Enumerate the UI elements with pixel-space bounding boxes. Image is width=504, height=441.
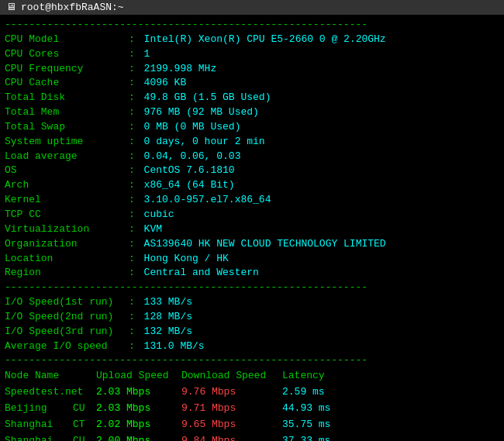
colon: : <box>129 339 141 354</box>
sysinfo-label: Location <box>5 252 129 267</box>
colon: : <box>129 325 141 339</box>
colon: : <box>129 120 141 135</box>
sysinfo-row: Load average: 0.04, 0.06, 0.03 <box>5 150 499 164</box>
speed-download: 9.65 Mbps <box>181 418 282 432</box>
speed-download: 9.76 Mbps <box>181 385 282 400</box>
sysinfo-value: 2199.998 MHz <box>144 62 217 77</box>
sysinfo-value: 0 MB (0 MB Used) <box>144 120 241 135</box>
sysinfo-label: Organization <box>5 237 129 252</box>
speed-node: Shanghai <box>5 434 73 441</box>
speed-latency: 37.33 ms <box>282 434 330 441</box>
colon: : <box>129 135 141 150</box>
speed-upload: 2.02 Mbps <box>96 418 181 432</box>
sysinfo-row: System uptime: 0 days, 0 hour 2 min <box>5 135 499 150</box>
sysinfo-value: KVM <box>144 222 162 237</box>
colon: : <box>129 252 141 267</box>
sysinfo-row: CPU Model: Intel(R) Xeon(R) CPU E5-2660 … <box>5 33 499 47</box>
speed-download: 9.84 Mbps <box>181 434 282 441</box>
colon: : <box>129 193 141 208</box>
sysinfo-value: AS139640 HK NEW CLOUD TECHNOLOGY LIMITED <box>144 237 386 252</box>
colon: : <box>129 266 141 281</box>
sysinfo-row: Total Mem: 976 MB (92 MB Used) <box>5 105 499 120</box>
divider-top: ----------------------------------------… <box>5 18 499 33</box>
sysinfo-label: Virtualization <box>5 222 129 237</box>
terminal-body: ----------------------------------------… <box>0 15 504 441</box>
colon: : <box>129 310 141 325</box>
io-value: 128 MB/s <box>144 310 192 325</box>
io-row: I/O Speed(2nd run): 128 MB/s <box>5 310 499 325</box>
speed-row: ShanghaiCU2.00 Mbps9.84 Mbps37.33 ms <box>5 433 499 441</box>
sysinfo-row: Total Disk: 49.8 GB (1.5 GB Used) <box>5 91 499 105</box>
sysinfo-label: Total Swap <box>5 120 129 135</box>
sysinfo-value: 1 <box>144 47 150 62</box>
io-label: Average I/O speed <box>5 339 129 354</box>
speed-cc: CU <box>73 434 96 441</box>
colon: : <box>129 47 141 62</box>
io-value: 132 MB/s <box>144 325 192 339</box>
sysinfo-label: Total Mem <box>5 105 129 120</box>
speed-rows: Speedtest.net2.03 Mbps9.76 Mbps2.59 msBe… <box>5 384 499 441</box>
sysinfo-label: Total Disk <box>5 91 129 105</box>
speed-row: BeijingCU2.03 Mbps9.71 Mbps44.93 ms <box>5 401 499 417</box>
colon: : <box>129 150 141 164</box>
header-node: Node Name <box>5 369 73 384</box>
sysinfo-label: Load average <box>5 150 129 164</box>
sysinfo-row: CPU Cache: 4096 KB <box>5 76 499 91</box>
colon: : <box>129 295 141 310</box>
sysinfo-section: CPU Model: Intel(R) Xeon(R) CPU E5-2660 … <box>5 33 499 281</box>
speed-cc: CT <box>73 418 96 432</box>
io-section: I/O Speed(1st run): 133 MB/sI/O Speed(2n… <box>5 295 499 353</box>
colon: : <box>129 164 141 178</box>
sysinfo-label: CPU Model <box>5 33 129 47</box>
sysinfo-row: Arch: x86_64 (64 Bit) <box>5 178 499 193</box>
sysinfo-value: 0 days, 0 hour 2 min <box>144 135 265 150</box>
sysinfo-label: TCP CC <box>5 208 129 222</box>
speed-upload: 2.03 Mbps <box>96 385 181 400</box>
speed-node: Shanghai <box>5 418 73 432</box>
sysinfo-label: CPU Cores <box>5 47 129 62</box>
speed-upload: 2.00 Mbps <box>96 434 181 441</box>
divider-io-top: ----------------------------------------… <box>5 281 499 295</box>
header-latency: Latency <box>282 369 325 384</box>
io-value: 131.0 MB/s <box>144 339 205 354</box>
speed-table-header: Node Name Upload Speed Download Speed La… <box>5 368 499 384</box>
sysinfo-value: 3.10.0-957.el7.x86_64 <box>144 193 271 208</box>
io-value: 133 MB/s <box>144 295 192 310</box>
header-download: Download Speed <box>181 369 282 384</box>
colon: : <box>129 76 141 91</box>
colon: : <box>129 237 141 252</box>
io-row: I/O Speed(3rd run): 132 MB/s <box>5 325 499 339</box>
sysinfo-row: Organization: AS139640 HK NEW CLOUD TECH… <box>5 237 499 252</box>
speed-table: Node Name Upload Speed Download Speed La… <box>5 368 499 441</box>
colon: : <box>129 222 141 237</box>
colon: : <box>129 208 141 222</box>
colon: : <box>129 178 141 193</box>
speed-row: ShanghaiCT2.02 Mbps9.65 Mbps35.75 ms <box>5 417 499 433</box>
sysinfo-label: CPU Cache <box>5 76 129 91</box>
sysinfo-row: CPU Frequency: 2199.998 MHz <box>5 62 499 77</box>
title-text: root@hbxfbRaASN:~ <box>21 2 124 13</box>
title-bar: 🖥 root@hbxfbRaASN:~ <box>0 0 504 15</box>
io-label: I/O Speed(3rd run) <box>5 325 129 339</box>
sysinfo-label: CPU Frequency <box>5 62 129 77</box>
sysinfo-row: Virtualization: KVM <box>5 222 499 237</box>
colon: : <box>129 105 141 120</box>
header-cc <box>73 369 96 384</box>
sysinfo-value: 49.8 GB (1.5 GB Used) <box>144 91 271 105</box>
speed-upload: 2.03 Mbps <box>96 401 181 416</box>
speed-download: 9.71 Mbps <box>181 401 282 416</box>
sysinfo-value: 4096 KB <box>144 76 187 91</box>
sysinfo-row: Total Swap: 0 MB (0 MB Used) <box>5 120 499 135</box>
sysinfo-value: Intel(R) Xeon(R) CPU E5-2660 0 @ 2.20GHz <box>144 33 386 47</box>
sysinfo-value: Central and Western <box>144 266 259 281</box>
speed-latency: 2.59 ms <box>282 385 325 400</box>
sysinfo-label: Arch <box>5 178 129 193</box>
sysinfo-value: cubic <box>144 208 174 222</box>
sysinfo-row: TCP CC: cubic <box>5 208 499 222</box>
colon: : <box>129 33 141 47</box>
io-label: I/O Speed(1st run) <box>5 295 129 310</box>
speed-node: Speedtest.net <box>5 385 73 400</box>
sysinfo-label: Kernel <box>5 193 129 208</box>
speed-node: Beijing <box>5 401 73 416</box>
sysinfo-value: CentOS 7.6.1810 <box>144 164 235 178</box>
